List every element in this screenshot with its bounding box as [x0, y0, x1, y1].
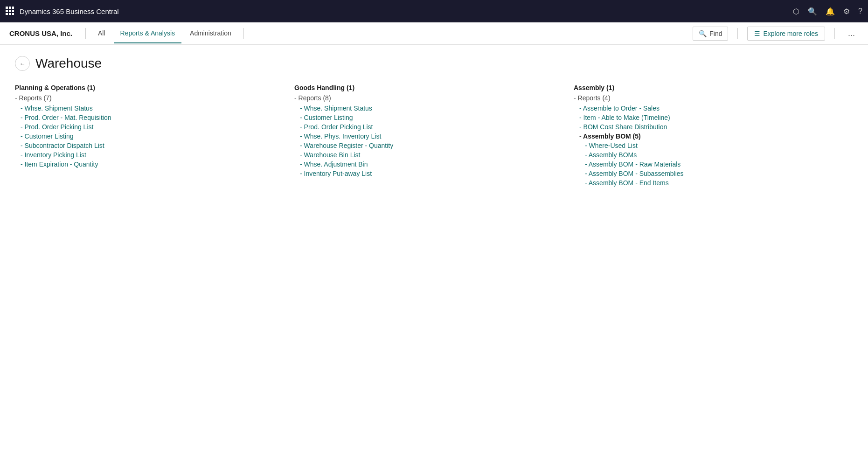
goods-item-2[interactable]: - Prod. Order Picking List: [294, 122, 562, 132]
explore-button[interactable]: ☰ Explore more roles: [747, 27, 825, 41]
assembly-section-title: Assembly (1): [574, 84, 842, 91]
columns: Planning & Operations (1) - Reports (7) …: [15, 84, 853, 189]
find-icon: 🔍: [699, 30, 707, 37]
goods-item-5[interactable]: - Warehouse Bin List: [294, 150, 562, 160]
nav-divider-3: [737, 28, 738, 39]
planning-item-4[interactable]: - Subcontractor Dispatch List: [15, 141, 283, 150]
assembly-bom-group: - Assembly BOM (5) - Where-Used List - A…: [574, 132, 842, 188]
search-icon[interactable]: 🔍: [808, 7, 817, 16]
goods-section-title: Goods Handling (1): [294, 84, 562, 91]
assembly-reports-label: - Reports (4): [574, 94, 842, 102]
page-title: Warehouse: [35, 56, 102, 71]
svg-rect-0: [6, 7, 8, 9]
planning-reports-label: - Reports (7): [15, 94, 283, 102]
planning-item-5[interactable]: - Inventory Picking List: [15, 150, 283, 160]
svg-rect-7: [9, 13, 11, 15]
explore-label: Explore more roles: [763, 30, 818, 37]
svg-rect-8: [12, 13, 14, 15]
planning-section-title: Planning & Operations (1): [15, 84, 283, 91]
goods-reports-label: - Reports (8): [294, 94, 562, 102]
bell-icon[interactable]: 🔔: [826, 7, 835, 16]
top-bar-icons: ⬡ 🔍 🔔 ⚙ ?: [793, 7, 862, 16]
more-button[interactable]: ...: [844, 26, 859, 41]
help-icon[interactable]: ?: [858, 7, 862, 15]
assembly-item-1[interactable]: - Item - Able to Make (Timeline): [574, 113, 842, 122]
nav-item-all[interactable]: All: [91, 24, 112, 43]
nav-item-admin[interactable]: Administration: [183, 24, 238, 43]
goods-item-6[interactable]: - Whse. Adjustment Bin: [294, 160, 562, 169]
goods-item-4[interactable]: - Warehouse Register - Quantity: [294, 141, 562, 150]
find-button[interactable]: 🔍 Find: [693, 27, 728, 41]
svg-rect-2: [12, 7, 14, 9]
assembly-bom-item-3[interactable]: - Assembly BOM - Subassemblies: [574, 169, 842, 178]
assembly-item-2[interactable]: - BOM Cost Share Distribution: [574, 122, 842, 132]
planning-item-6[interactable]: - Item Expiration - Quantity: [15, 160, 283, 169]
assembly-bom-item-4[interactable]: - Assembly BOM - End Items: [574, 178, 842, 188]
page-header: ← Warehouse: [15, 56, 853, 71]
assembly-item-0[interactable]: - Assemble to Order - Sales: [574, 104, 842, 113]
badge-icon[interactable]: ⬡: [793, 7, 799, 16]
sub-nav: CRONUS USA, Inc. All Reports & Analysis …: [0, 22, 868, 45]
brand-name: CRONUS USA, Inc.: [9, 29, 72, 37]
app-title: Dynamics 365 Business Central: [20, 7, 793, 15]
svg-rect-4: [9, 10, 11, 12]
goods-item-1[interactable]: - Customer Listing: [294, 113, 562, 122]
nav-right: 🔍 Find ☰ Explore more roles ...: [693, 26, 859, 41]
nav-divider: [85, 28, 86, 39]
assembly-bom-item-0[interactable]: - Where-Used List: [574, 141, 842, 150]
column-assembly: Assembly (1) - Reports (4) - Assemble to…: [574, 84, 853, 189]
assembly-bom-item-2[interactable]: - Assembly BOM - Raw Materials: [574, 160, 842, 169]
find-label: Find: [709, 30, 722, 37]
back-button[interactable]: ←: [15, 56, 30, 71]
goods-item-0[interactable]: - Whse. Shipment Status: [294, 104, 562, 113]
planning-item-0[interactable]: - Whse. Shipment Status: [15, 104, 283, 113]
goods-item-7[interactable]: - Inventory Put-away List: [294, 169, 562, 178]
page-content: ← Warehouse Planning & Operations (1) - …: [0, 45, 868, 201]
nav-divider-4: [834, 28, 835, 39]
settings-icon[interactable]: ⚙: [843, 7, 850, 16]
planning-item-2[interactable]: - Prod. Order Picking List: [15, 122, 283, 132]
svg-rect-3: [6, 10, 8, 12]
svg-rect-5: [12, 10, 14, 12]
column-planning: Planning & Operations (1) - Reports (7) …: [15, 84, 294, 189]
nav-item-reports[interactable]: Reports & Analysis: [114, 24, 182, 43]
top-bar: Dynamics 365 Business Central ⬡ 🔍 🔔 ⚙ ?: [0, 0, 868, 22]
goods-item-3[interactable]: - Whse. Phys. Inventory List: [294, 132, 562, 141]
assembly-bom-title: - Assembly BOM (5): [574, 132, 842, 141]
svg-rect-6: [6, 13, 8, 15]
assembly-bom-item-1[interactable]: - Assembly BOMs: [574, 150, 842, 160]
planning-item-1[interactable]: - Prod. Order - Mat. Requisition: [15, 113, 283, 122]
nav-divider-2: [243, 28, 244, 39]
planning-item-3[interactable]: - Customer Listing: [15, 132, 283, 141]
column-goods: Goods Handling (1) - Reports (8) - Whse.…: [294, 84, 574, 189]
grid-icon[interactable]: [6, 7, 14, 16]
explore-icon: ☰: [754, 30, 760, 37]
nav-items: All Reports & Analysis Administration: [91, 24, 238, 43]
svg-rect-1: [9, 7, 11, 9]
